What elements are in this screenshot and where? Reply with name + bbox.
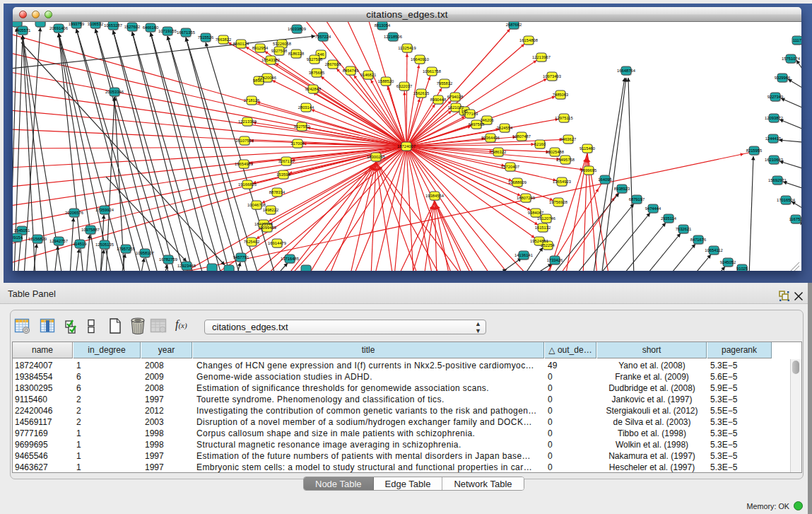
svg-text:9463627: 9463627 (560, 137, 577, 141)
svg-text:17359924: 17359924 (95, 208, 114, 212)
svg-text:10046708: 10046708 (247, 203, 266, 207)
svg-text:546: 546 (317, 52, 324, 57)
svg-text:91025: 91025 (736, 267, 748, 271)
svg-text:8990448: 8990448 (430, 98, 447, 102)
svg-text:62160: 62160 (534, 142, 546, 146)
svg-text:20364436: 20364436 (481, 136, 500, 140)
svg-text:15720407: 15720407 (501, 165, 519, 169)
svg-text:12942757: 12942757 (49, 239, 68, 243)
svg-text:16154808: 16154808 (519, 38, 538, 42)
svg-text:16210643: 16210643 (765, 158, 783, 162)
svg-text:9242848: 9242848 (305, 87, 322, 91)
svg-text:10719155: 10719155 (158, 29, 177, 33)
svg-text:2935114: 2935114 (661, 216, 677, 221)
svg-text:19654983: 19654983 (235, 162, 253, 166)
svg-text:16782759: 16782759 (159, 257, 177, 262)
svg-text:13716485: 13716485 (281, 257, 299, 261)
svg-text:13654923: 13654923 (553, 180, 571, 184)
svg-text:2867608: 2867608 (325, 62, 341, 66)
svg-text:1588520: 1588520 (378, 79, 394, 83)
svg-text:10975887: 10975887 (81, 228, 100, 232)
svg-text:15751074: 15751074 (782, 57, 801, 61)
svg-text:1527602: 1527602 (124, 25, 141, 29)
svg-text:53226058: 53226058 (273, 42, 291, 46)
svg-text:3267130: 3267130 (278, 159, 295, 163)
svg-text:9227349: 9227349 (767, 95, 784, 99)
svg-text:7357224: 7357224 (315, 35, 331, 39)
svg-text:9327508: 9327508 (307, 57, 323, 62)
svg-text:9329966: 9329966 (775, 76, 791, 80)
svg-text:1117: 1117 (793, 38, 801, 42)
svg-text:10688609: 10688609 (508, 180, 526, 185)
svg-text:8878334: 8878334 (269, 190, 286, 194)
svg-text:16033809: 16033809 (288, 27, 306, 31)
svg-text:7986322: 7986322 (490, 150, 507, 154)
svg-text:18300295: 18300295 (367, 155, 385, 159)
svg-text:10973493: 10973493 (543, 74, 561, 78)
svg-text:8660124: 8660124 (233, 42, 249, 46)
svg-text:6322037: 6322037 (396, 84, 413, 88)
svg-text:114519: 114519 (73, 242, 87, 246)
svg-text:16640910: 16640910 (411, 57, 429, 62)
svg-text:2687662: 2687662 (506, 23, 522, 27)
svg-text:2718126: 2718126 (244, 98, 260, 103)
svg-text:20053346: 20053346 (105, 90, 124, 94)
svg-text:8454749: 8454749 (343, 69, 359, 73)
svg-text:7515526: 7515526 (198, 35, 214, 40)
svg-text:317004: 317004 (290, 141, 305, 146)
svg-text:9474444: 9474444 (645, 206, 661, 211)
svg-text:17957255: 17957255 (117, 247, 135, 251)
svg-text:7955812: 7955812 (437, 81, 453, 86)
svg-text:10653287: 10653287 (104, 23, 122, 28)
svg-text:8938923: 8938923 (614, 187, 630, 191)
svg-text:1498222: 1498222 (263, 208, 279, 212)
svg-text:98961: 98961 (253, 78, 264, 83)
svg-text:116753: 116753 (789, 217, 801, 221)
svg-text:3875685: 3875685 (309, 71, 325, 75)
svg-text:12975115: 12975115 (555, 116, 572, 120)
svg-text:9699695: 9699695 (581, 168, 597, 173)
svg-text:8215955: 8215955 (746, 148, 763, 153)
svg-text:18724007: 18724007 (397, 144, 416, 148)
svg-text:12218506: 12218506 (384, 35, 402, 39)
svg-text:7632621: 7632621 (676, 227, 692, 231)
svg-text:19756928: 19756928 (549, 200, 567, 204)
svg-text:6879197: 6879197 (629, 197, 645, 201)
svg-text:3106532: 3106532 (88, 22, 104, 26)
svg-text:153594: 153594 (276, 173, 290, 177)
svg-text:164095: 164095 (598, 177, 611, 182)
svg-text:16671355: 16671355 (177, 30, 195, 35)
svg-text:10807487: 10807487 (512, 134, 531, 139)
svg-text:9146821: 9146821 (360, 73, 377, 77)
svg-text:10961758: 10961758 (423, 69, 441, 74)
svg-text:12213967: 12213967 (532, 55, 551, 59)
svg-text:12505135: 12505135 (95, 243, 114, 247)
svg-text:1562615: 1562615 (413, 91, 430, 95)
svg-text:12093872: 12093872 (765, 116, 783, 120)
svg-text:10025488: 10025488 (546, 150, 564, 154)
svg-text:19384554: 19384554 (425, 194, 445, 198)
svg-text:15692971: 15692971 (768, 178, 787, 182)
svg-text:19166825: 19166825 (238, 182, 257, 187)
svg-text:746206: 746206 (480, 118, 493, 122)
svg-text:16543382: 16543382 (261, 58, 280, 62)
svg-text:9327508: 9327508 (271, 49, 288, 53)
svg-text:9115460: 9115460 (579, 146, 595, 151)
svg-text:3624554: 3624554 (497, 126, 513, 130)
svg-text:9327552: 9327552 (294, 124, 310, 129)
svg-text:16648764: 16648764 (617, 69, 636, 73)
svg-text:1615132: 1615132 (535, 226, 551, 230)
svg-text:18807249: 18807249 (517, 196, 535, 200)
svg-text:1244415: 1244415 (765, 136, 782, 141)
svg-text:14136141: 14136141 (514, 253, 533, 257)
svg-text:16107554: 16107554 (235, 139, 254, 143)
svg-text:10654112: 10654112 (705, 248, 722, 252)
svg-text:7663822: 7663822 (216, 37, 232, 42)
svg-text:1993759: 1993759 (69, 22, 85, 26)
svg-text:39154: 39154 (13, 235, 23, 240)
svg-text:12156829: 12156829 (28, 237, 47, 241)
svg-text:9457791: 9457791 (233, 255, 249, 259)
svg-text:9384067: 9384067 (528, 211, 544, 215)
svg-text:7485063: 7485063 (553, 93, 569, 97)
svg-text:9777169: 9777169 (462, 112, 478, 116)
